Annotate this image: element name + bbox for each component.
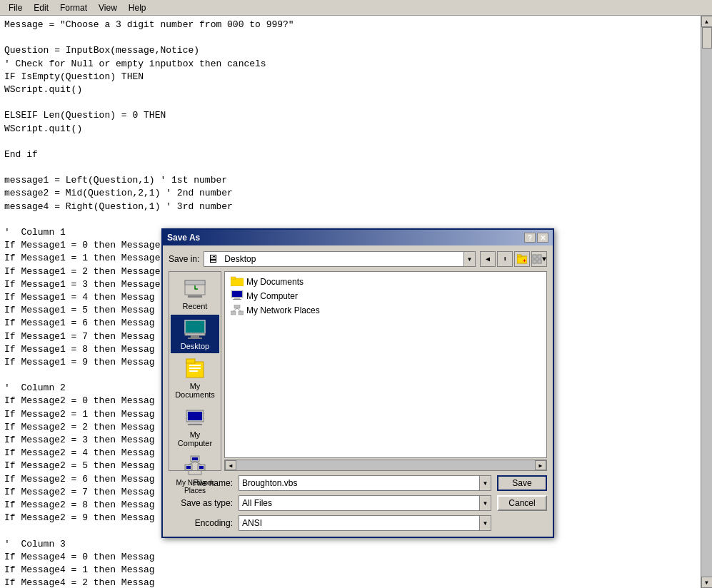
file-item-my-documents[interactable]: My Documents	[228, 275, 543, 289]
dialog-main-area: Recent Desktop	[169, 271, 547, 471]
new-folder-btn[interactable]: +	[514, 251, 530, 267]
file-item-my-network[interactable]: My Network Places	[228, 303, 543, 318]
svg-rect-21	[189, 370, 198, 372]
svg-rect-43	[234, 305, 240, 308]
my-computer-icon	[184, 406, 206, 429]
dialog-close-btn[interactable]: ✕	[537, 233, 548, 243]
svg-rect-45	[239, 311, 244, 315]
filename-label: File name:	[169, 478, 233, 488]
sidebar-label-desktop: Desktop	[181, 342, 209, 350]
dialog-help-btn[interactable]: ?	[524, 233, 536, 243]
sidebar-item-my-computer[interactable]: My Computer	[171, 403, 219, 450]
svg-rect-24	[189, 422, 201, 424]
save-in-dropdown[interactable]: 🖥 Desktop ▼	[204, 251, 476, 267]
file-list: My Documents My Comp	[224, 271, 547, 458]
svg-rect-8	[185, 280, 205, 285]
menu-edit[interactable]: Edit	[28, 1, 54, 14]
svg-rect-42	[233, 299, 241, 300]
save-button[interactable]: Save	[497, 475, 547, 491]
recent-icon	[184, 278, 206, 300]
savetype-dropdown-arrow[interactable]: ▼	[479, 496, 491, 510]
save-in-value: Desktop	[224, 254, 461, 264]
vertical-scrollbar[interactable]: ▲ ▼	[701, 16, 712, 588]
svg-rect-31	[199, 466, 204, 469]
encoding-label: Encoding:	[169, 518, 233, 528]
scroll-down-btn[interactable]: ▼	[701, 577, 713, 588]
scroll-up-btn[interactable]: ▲	[701, 16, 713, 27]
svg-rect-16	[188, 338, 202, 339]
toolbar-buttons: ◀ ⬆ +	[480, 251, 547, 267]
editor-area[interactable]: Message = "Choose a 3 digit number from …	[0, 16, 712, 588]
scroll-thumb[interactable]	[702, 27, 712, 49]
svg-rect-14	[185, 333, 205, 335]
save-in-row: Save in: 🖥 Desktop ▼ ◀ ⬆ +	[169, 251, 547, 267]
my-network-icon	[184, 455, 206, 477]
my-documents-icon	[184, 358, 206, 380]
encoding-row: Encoding: ANSI ▼	[169, 515, 547, 531]
dialog-title: Save As	[167, 233, 200, 243]
svg-text:+: +	[523, 258, 526, 264]
file-item-label: My Network Places	[246, 305, 320, 315]
savetype-row: Save as type: All Files ▼ Cancel	[169, 495, 547, 511]
svg-rect-20	[189, 368, 201, 369]
svg-line-47	[237, 308, 241, 311]
save-as-dialog: Save As ? ✕ Save in: 🖥 Desktop ▼ ◀ ⬆	[161, 228, 554, 538]
sidebar-item-my-documents[interactable]: My Documents	[171, 355, 219, 402]
sidebar-item-my-network[interactable]: My Network Places	[171, 452, 219, 497]
horizontal-scrollbar[interactable]: ◀ ▶	[224, 460, 547, 471]
svg-rect-41	[234, 298, 240, 299]
menu-format[interactable]: Format	[54, 1, 93, 14]
encoding-dropdown-arrow[interactable]: ▼	[479, 516, 491, 530]
dialog-title-buttons: ? ✕	[524, 233, 548, 243]
svg-rect-18	[186, 359, 195, 363]
svg-rect-13	[185, 320, 205, 333]
filename-dropdown-arrow[interactable]: ▼	[479, 476, 491, 490]
encoding-input-wrap: ANSI ▼	[239, 515, 491, 531]
file-item-my-computer[interactable]: My Computer	[228, 289, 543, 303]
svg-rect-5	[533, 260, 536, 263]
save-in-label: Save in:	[169, 254, 199, 264]
svg-rect-19	[189, 365, 201, 366]
svg-rect-23	[188, 412, 202, 420]
svg-rect-12	[188, 295, 202, 298]
menu-help[interactable]: Help	[123, 1, 152, 14]
svg-line-32	[189, 462, 195, 465]
scroll-track	[701, 27, 712, 577]
savetype-value: All Files	[239, 498, 479, 508]
file-item-label: My Computer	[246, 291, 298, 301]
svg-line-33	[195, 462, 201, 465]
svg-rect-1	[517, 255, 521, 257]
sidebar-item-recent[interactable]: Recent	[171, 275, 219, 313]
svg-rect-37	[231, 278, 244, 286]
savetype-input-wrap: All Files ▼	[239, 495, 491, 511]
scroll-left-btn[interactable]: ◀	[225, 460, 236, 470]
dialog-titlebar: Save As ? ✕	[163, 230, 553, 245]
menu-view[interactable]: View	[93, 1, 123, 14]
savetype-label: Save as type:	[169, 498, 233, 508]
svg-rect-6	[538, 260, 541, 263]
network-icon	[231, 305, 242, 316]
desktop-icon	[184, 318, 206, 340]
up-btn[interactable]: ⬆	[497, 251, 513, 267]
menu-file[interactable]: File	[3, 1, 28, 14]
sidebar-label-my-computer: My Computer	[172, 430, 218, 447]
filename-input[interactable]: Broughton.vbs	[239, 478, 479, 488]
scroll-right-btn[interactable]: ▶	[535, 460, 546, 470]
filename-input-wrap: Broughton.vbs ▼	[239, 475, 491, 491]
save-in-dropdown-arrow[interactable]: ▼	[463, 252, 475, 266]
dialog-sidebar: Recent Desktop	[169, 271, 221, 471]
svg-rect-38	[231, 277, 236, 279]
menubar: File Edit Format View Help	[0, 0, 712, 16]
svg-rect-40	[232, 291, 242, 297]
cancel-button[interactable]: Cancel	[497, 495, 547, 511]
svg-rect-15	[191, 335, 199, 338]
sidebar-item-desktop[interactable]: Desktop	[171, 315, 219, 353]
dialog-body: Save in: 🖥 Desktop ▼ ◀ ⬆ +	[163, 245, 553, 537]
svg-rect-29	[186, 466, 191, 469]
sidebar-label-my-documents: My Documents	[172, 382, 218, 399]
svg-rect-17	[186, 362, 204, 377]
back-btn[interactable]: ◀	[480, 251, 496, 267]
view-btn[interactable]: ▼	[531, 251, 547, 267]
svg-rect-44	[231, 311, 236, 315]
encoding-value: ANSI	[239, 518, 479, 528]
